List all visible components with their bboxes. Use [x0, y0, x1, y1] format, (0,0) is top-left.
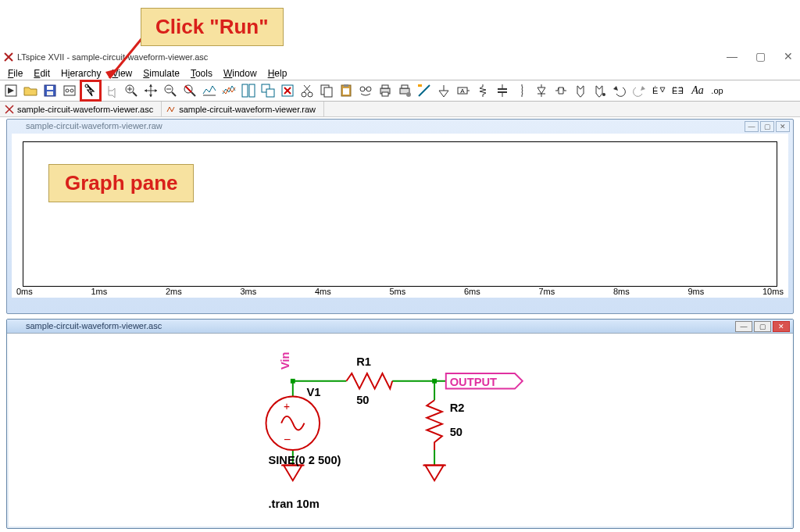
- draw-wire-button[interactable]: [415, 81, 434, 100]
- mirror-button[interactable]: ËË: [669, 81, 688, 100]
- svg-line-12: [133, 92, 137, 96]
- pane-close-button[interactable]: ✕: [773, 321, 790, 332]
- x-tick: 7ms: [539, 287, 555, 296]
- ground-r2[interactable]: [423, 466, 445, 481]
- menu-edit[interactable]: Edit: [29, 67, 55, 80]
- close-button[interactable]: ✕: [781, 50, 795, 62]
- rotate-button[interactable]: Ė: [649, 81, 668, 100]
- minimize-button[interactable]: —: [725, 50, 739, 62]
- app-logo-icon: [3, 52, 14, 62]
- cascade-button[interactable]: [259, 81, 277, 100]
- svg-point-36: [308, 92, 312, 97]
- pane-maximize-button[interactable]: ▢: [754, 321, 771, 332]
- tab-label: sample-circuit-waveform-viewer.asc: [17, 105, 153, 114]
- close-win-button[interactable]: [278, 81, 297, 100]
- resistor-button[interactable]: [473, 81, 492, 100]
- svg-rect-43: [343, 88, 349, 95]
- svg-rect-49: [382, 92, 388, 96]
- pane-maximize-button[interactable]: ▢: [760, 121, 774, 132]
- svg-rect-31: [266, 89, 274, 97]
- drag-button[interactable]: [591, 81, 609, 100]
- inductor-button[interactable]: [512, 81, 531, 100]
- menu-window[interactable]: Window: [219, 67, 262, 80]
- open-button[interactable]: [21, 81, 40, 100]
- control-panel-button[interactable]: [60, 81, 79, 100]
- setup-button[interactable]: [220, 81, 238, 100]
- pane-minimize-button[interactable]: —: [745, 121, 759, 132]
- svg-rect-42: [344, 84, 348, 87]
- zoom-fit-button[interactable]: [180, 81, 199, 100]
- svg-text:+: +: [284, 401, 290, 412]
- autorange-button[interactable]: [200, 81, 219, 100]
- svg-point-8: [66, 89, 69, 92]
- resistor-r1[interactable]: [346, 373, 392, 389]
- svg-line-53: [419, 85, 430, 96]
- tab-waveform[interactable]: sample-circuit-waveform-viewer.raw: [162, 102, 324, 116]
- pane-minimize-button[interactable]: —: [735, 321, 752, 332]
- x-tick: 9ms: [688, 287, 705, 296]
- redo-button[interactable]: [630, 81, 648, 100]
- svg-rect-51: [402, 85, 408, 88]
- pane-close-button[interactable]: ✕: [776, 121, 790, 132]
- waveform-window-controls: — ▢ ✕: [745, 121, 790, 132]
- find-button[interactable]: [356, 81, 375, 100]
- component-button[interactable]: [552, 81, 570, 100]
- tab-schematic[interactable]: sample-circuit-waveform-viewer.asc: [0, 102, 162, 116]
- schematic-canvas[interactable]: + − OUTPUT: [9, 335, 791, 527]
- x-tick: 10ms: [762, 287, 784, 296]
- svg-line-25: [191, 92, 195, 96]
- menu-tools[interactable]: Tools: [186, 67, 217, 80]
- svg-point-44: [360, 87, 365, 91]
- svg-point-35: [302, 92, 306, 97]
- schematic-pane-title: sample-circuit-waveform-viewer.asc: [7, 320, 793, 334]
- menu-help[interactable]: Help: [263, 67, 292, 80]
- voltage-source-v1[interactable]: + −: [266, 396, 320, 450]
- new-schematic-button[interactable]: [2, 81, 20, 100]
- spice-directive-button[interactable]: .op: [708, 81, 727, 100]
- svg-text:Ė: Ė: [652, 86, 658, 95]
- graph-pane-callout: Graph pane: [48, 164, 194, 202]
- waveform-plot-area[interactable]: Graph pane 0ms 1ms 2ms 3ms 4ms 5ms 6ms 7…: [12, 134, 788, 298]
- waveform-plot[interactable]: Graph pane: [23, 141, 777, 287]
- svg-rect-28: [242, 84, 248, 97]
- svg-marker-18: [149, 95, 152, 97]
- run-button[interactable]: [80, 80, 102, 102]
- x-tick: 1ms: [91, 287, 108, 296]
- maximize-button[interactable]: ▢: [753, 50, 767, 62]
- print-setup-button[interactable]: [395, 81, 414, 100]
- r1-label: R1: [356, 355, 371, 368]
- x-tick: 4ms: [315, 287, 331, 296]
- undo-button[interactable]: [610, 81, 629, 100]
- x-tick: 3ms: [241, 287, 257, 296]
- r1-value: 50: [356, 394, 369, 406]
- save-button[interactable]: [41, 81, 59, 100]
- svg-line-22: [172, 92, 176, 96]
- zoom-out-button[interactable]: [161, 81, 180, 100]
- capacitor-button[interactable]: [493, 81, 512, 100]
- label-net-button[interactable]: A: [454, 81, 473, 100]
- svg-rect-81: [291, 379, 295, 384]
- output-label-text: OUTPUT: [450, 376, 497, 388]
- svg-text:A: A: [460, 87, 465, 95]
- tile-button[interactable]: [239, 81, 258, 100]
- menu-file[interactable]: File: [3, 67, 27, 80]
- move-button[interactable]: [571, 81, 590, 100]
- waveform-x-axis: 0ms 1ms 2ms 3ms 4ms 5ms 6ms 7ms 8ms 9ms …: [16, 287, 784, 296]
- diode-button[interactable]: [532, 81, 551, 100]
- tab-bar: sample-circuit-waveform-viewer.asc sampl…: [0, 102, 800, 117]
- r2-label: R2: [450, 402, 465, 414]
- print-button[interactable]: [376, 81, 395, 100]
- menu-hierarchy[interactable]: Hierarchy: [56, 67, 105, 80]
- v1-label: V1: [306, 386, 320, 398]
- cut-button[interactable]: [298, 81, 316, 100]
- text-button[interactable]: Aa: [688, 81, 707, 100]
- ground-v1[interactable]: [281, 466, 304, 481]
- svg-marker-87: [284, 466, 302, 481]
- paste-button[interactable]: [337, 81, 355, 100]
- svg-marker-20: [155, 89, 157, 92]
- copy-button[interactable]: [317, 81, 336, 100]
- svg-point-68: [602, 93, 605, 96]
- resistor-r2[interactable]: [427, 400, 442, 450]
- ground-button[interactable]: [434, 81, 453, 100]
- svg-marker-17: [149, 84, 152, 87]
